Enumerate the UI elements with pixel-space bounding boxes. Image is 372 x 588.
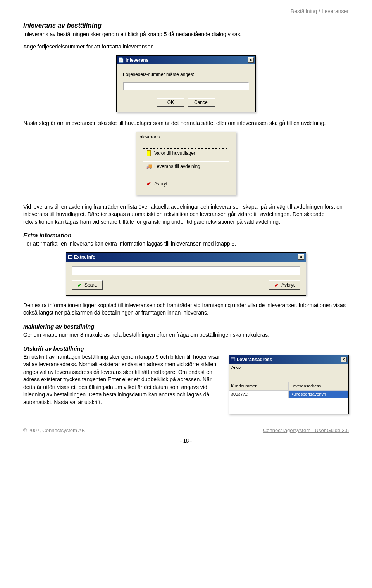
- check-icon: ✔: [78, 282, 82, 288]
- footer-doc-title: Connect lagersystem - User Guide 3.5: [263, 427, 349, 434]
- para-after-dlg2: Vid leverans till en avdelning framträde…: [23, 203, 349, 226]
- heading-utskrift: Utskrift av beställning: [23, 344, 349, 353]
- leverans-avdelning-button[interactable]: 🚚 Leverans till avdelning: [143, 161, 229, 171]
- close-icon[interactable]: ✕: [298, 254, 304, 260]
- para-after-dlg3: Den extra informationen ligger kopplad t…: [23, 302, 349, 317]
- dialog-titlebar: 🗔 Extra info ✕: [66, 253, 306, 262]
- delivery-icon: 🚚: [146, 163, 152, 169]
- warehouse-icon: [146, 150, 152, 156]
- avbryt-button[interactable]: ✔ Avbryt: [269, 280, 300, 290]
- footer-divider: [23, 425, 349, 425]
- spara-button[interactable]: ✔ Spara: [72, 280, 103, 290]
- footer-copyright: © 2007, Connectsystem AB: [23, 427, 85, 434]
- foljesedels-input[interactable]: [123, 82, 249, 90]
- close-icon[interactable]: ✕: [341, 357, 347, 362]
- para-makulering: Genom knapp nummer 8 makuleras hela best…: [23, 331, 349, 339]
- para-extra-info: För att "märka" en inleverans kan extra …: [23, 240, 349, 248]
- cancel-icon: ✔: [274, 282, 279, 288]
- para-inleverans-2: Ange förljesedelsnummer för att fortsätt…: [23, 43, 349, 51]
- cell-kundnummer: 3003772: [229, 390, 289, 398]
- dialog-title: Inleverans: [126, 57, 148, 64]
- close-icon[interactable]: ✕: [248, 57, 254, 63]
- para-inleverans-1: Inleverans av beställningen sker genom e…: [23, 31, 349, 38]
- heading-makulering: Makulering av beställning: [23, 322, 349, 330]
- avbryt-button[interactable]: ✔ Avbryt: [143, 179, 229, 189]
- heading-inleverans: Inleverans av beställning: [23, 21, 349, 30]
- cancel-button[interactable]: Cancel: [188, 98, 215, 107]
- address-table: Kundnummer Leveransadress 3003772 Kungsp…: [229, 382, 348, 414]
- button-label: Leverans till avdelning: [154, 164, 200, 169]
- table-header-row: Kundnummer Leveransadress: [229, 382, 348, 390]
- page-header-breadcrumb: Beställning / Leveranser: [23, 8, 349, 16]
- button-label: Avbryt: [281, 282, 294, 288]
- button-label: Avbryt: [154, 181, 167, 187]
- dialog-extra-info: 🗔 Extra info ✕ ✔ Spara ✔ Avbryt: [66, 252, 306, 296]
- cancel-icon: ✔: [146, 181, 152, 187]
- menu-arkiv[interactable]: Arkiv: [229, 364, 348, 372]
- ok-button[interactable]: OK: [157, 98, 184, 107]
- heading-extra-info: Extra information: [23, 231, 349, 239]
- table-empty-space: [229, 398, 348, 414]
- dialog-title: Inleverans: [136, 132, 236, 143]
- footer-page-number: - 18 -: [23, 438, 349, 444]
- dialog-inleverans-number: 📄 Inleverans ✕ Följesedels-nummer måste …: [116, 55, 256, 113]
- table-row[interactable]: 3003772 Kungsportsavenyn: [229, 390, 348, 398]
- dialog-inleverans-options: Inleverans Varor till huvudlager 🚚 Lever…: [136, 132, 236, 195]
- dialog-titlebar: 🗔 Leveransadress ✕: [229, 355, 348, 364]
- dialog-title: Leveransadress: [237, 356, 272, 363]
- divider: [143, 175, 229, 175]
- app-icon: 🗔: [231, 356, 235, 363]
- dialog-label: Följesedels-nummer måste anges:: [123, 71, 249, 78]
- toolbar: [229, 372, 348, 382]
- button-label: Spara: [84, 282, 97, 288]
- button-label: Varor till huvudlager: [154, 150, 195, 156]
- para-after-dlg1: Nästa steg är om inleveransen ska ske ti…: [23, 119, 349, 127]
- varor-huvudlager-button[interactable]: Varor till huvudlager: [143, 148, 229, 158]
- dialog-titlebar: 📄 Inleverans ✕: [117, 56, 255, 65]
- dialog-title: Extra info: [74, 254, 95, 261]
- extra-info-input[interactable]: [72, 266, 300, 275]
- app-icon: 🗔: [68, 254, 72, 261]
- col-kundnummer[interactable]: Kundnummer: [229, 382, 289, 390]
- app-icon: 📄: [118, 57, 124, 64]
- dialog-leveransadress: 🗔 Leveransadress ✕ Arkiv Kundnummer Leve…: [229, 355, 349, 415]
- cell-leveransadress: Kungsportsavenyn: [289, 390, 348, 398]
- col-leveransadress[interactable]: Leveransadress: [289, 382, 348, 390]
